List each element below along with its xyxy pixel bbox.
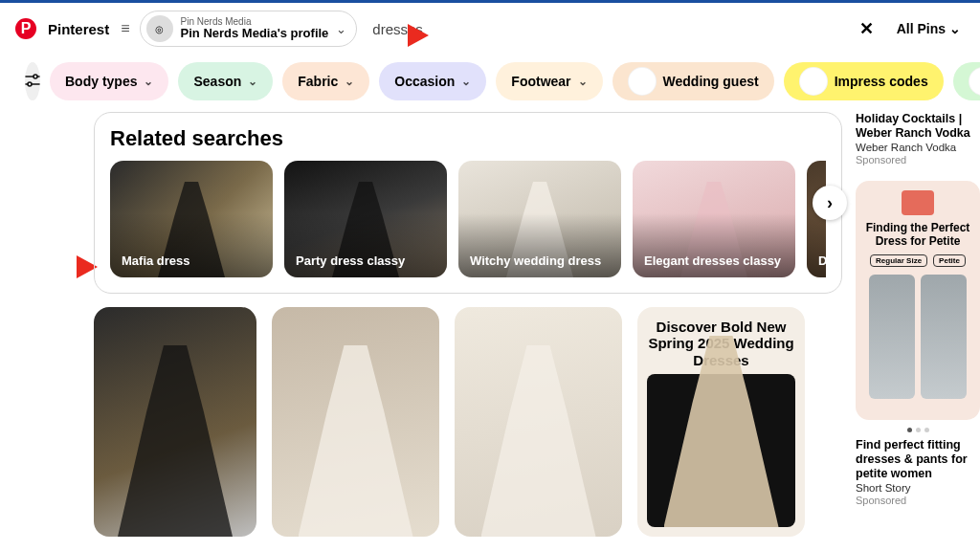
search-input[interactable]	[367, 13, 880, 45]
sponsored-badge: Sponsored	[856, 154, 980, 165]
related-searches-title: Related searches	[110, 126, 826, 151]
svg-point-1	[28, 82, 32, 86]
chevron-down-icon: ⌄	[461, 75, 471, 88]
rail-ad-title: Holiday Cocktails | Weber Ranch Vodka	[856, 112, 980, 141]
related-search-card[interactable]: Dress	[807, 161, 826, 277]
rail-ad-title: Find perfect fitting dresses & pants for…	[856, 438, 980, 481]
scope-label: All Pins	[897, 21, 946, 36]
chevron-down-icon: ⌄	[345, 75, 354, 88]
related-search-card[interactable]: Party dress classy	[284, 161, 447, 277]
rail-hero-card[interactable]: Finding the Perfect Dress for Petite Reg…	[856, 181, 980, 420]
chip-label: Occasion	[394, 74, 455, 89]
chevron-down-icon: ⌄	[949, 21, 961, 36]
chip-label: Impress codes	[835, 74, 928, 89]
related-searches-row: Mafia dressParty dress classyWitchy wedd…	[110, 161, 826, 277]
related-search-label: Elegant dresses classy	[633, 244, 792, 277]
scope-selector[interactable]: All Pins ⌄	[891, 21, 967, 36]
chevron-down-icon: ⌄	[248, 75, 257, 88]
related-search-card[interactable]: Elegant dresses classy	[633, 161, 795, 277]
search-bar: ✕	[367, 13, 880, 45]
promo-image	[647, 374, 795, 527]
sponsored-badge: Sponsored	[856, 495, 980, 506]
dress-silhouette-icon	[299, 345, 413, 537]
svg-point-0	[33, 75, 37, 78]
filter-chip[interactable]: Footwear⌄	[496, 62, 602, 100]
brand-label: Pinterest	[48, 21, 109, 37]
pin-card[interactable]	[272, 307, 439, 537]
dress-silhouette-icon	[118, 345, 233, 537]
pin-card[interactable]	[94, 307, 256, 537]
chip-thumb-icon	[969, 67, 980, 96]
chip-thumb-icon	[799, 67, 828, 96]
sliders-icon	[25, 73, 40, 91]
menu-icon[interactable]: ≡	[121, 20, 129, 37]
chevron-down-icon: ⌄	[578, 75, 588, 88]
related-search-label: Dress	[807, 244, 826, 277]
related-search-card[interactable]: Witchy wedding dress	[458, 161, 621, 277]
related-search-label: Party dress classy	[284, 244, 416, 277]
pinterest-logo-icon[interactable]: P	[15, 18, 36, 39]
dot-icon	[924, 428, 929, 432]
rail-ad-card[interactable]: Find perfect fitting dresses & pants for…	[856, 438, 980, 506]
chip-label: Fabric	[298, 74, 338, 89]
chip-label: Season	[193, 74, 241, 89]
annotation-arrow-icon	[408, 24, 429, 47]
filter-chip[interactable]: Fabric⌄	[282, 62, 369, 100]
carousel-next-button[interactable]: ›	[813, 186, 847, 220]
pin-grid: Discover Bold New Spring 2025 Wedding Dr…	[13, 307, 842, 537]
rail-ad-brand: Weber Ranch Vodka	[856, 142, 980, 153]
size-pill: Petite	[933, 254, 966, 267]
filter-chip[interactable]: Impress	[953, 62, 980, 100]
dot-icon	[907, 428, 912, 432]
top-header: P Pinterest ≡ ◎ Pin Nerds Media Pin Nerd…	[0, 3, 980, 56]
related-search-label: Mafia dress	[110, 244, 202, 277]
related-search-card[interactable]: Mafia dress	[110, 161, 273, 277]
filter-chip[interactable]: Impress codes	[784, 62, 944, 100]
profile-title: Pin Nerds Media's profile	[181, 27, 329, 40]
pin-promo-card[interactable]: Discover Bold New Spring 2025 Wedding Dr…	[637, 307, 805, 537]
model-image	[921, 275, 967, 399]
chevron-down-icon: ⌄	[336, 22, 346, 36]
side-rail: Holiday Cocktails | Weber Ranch Vodka We…	[856, 112, 980, 537]
related-search-label: Witchy wedding dress	[458, 244, 612, 277]
filter-chip-row: Body types⌄Season⌄Fabric⌄Occasion⌄Footwe…	[0, 56, 980, 112]
filter-chip[interactable]: Wedding guest	[612, 62, 774, 100]
chevron-right-icon: ›	[827, 193, 833, 213]
profile-switcher[interactable]: ◎ Pin Nerds Media Pin Nerds Media's prof…	[140, 11, 358, 47]
avatar: ◎	[146, 15, 173, 42]
filter-chip[interactable]: Occasion⌄	[379, 62, 486, 100]
brand-badge-icon	[902, 190, 934, 215]
rail-ad-brand: Short Story	[856, 482, 980, 494]
pin-card[interactable]	[455, 307, 622, 537]
chip-label: Body types	[65, 74, 137, 89]
chip-label: Footwear	[511, 74, 570, 89]
dot-icon	[916, 428, 921, 432]
chevron-down-icon: ⌄	[144, 75, 153, 88]
related-searches-panel: Related searches Mafia dressParty dress …	[94, 112, 842, 294]
filter-chip[interactable]: Body types⌄	[50, 62, 168, 100]
filter-chip[interactable]: Season⌄	[178, 62, 273, 100]
carousel-dots	[856, 428, 980, 432]
clear-search-icon[interactable]: ✕	[859, 18, 874, 39]
filters-button[interactable]	[25, 62, 40, 100]
chip-label: Wedding guest	[663, 74, 759, 89]
model-image	[869, 275, 915, 399]
rail-hero-title: Finding the Perfect Dress for Petite	[865, 221, 970, 249]
chip-thumb-icon	[628, 67, 657, 96]
dress-silhouette-icon	[481, 345, 596, 537]
size-pill: Regular Size	[870, 254, 927, 267]
rail-ad-card[interactable]: Holiday Cocktails | Weber Ranch Vodka We…	[856, 112, 980, 165]
